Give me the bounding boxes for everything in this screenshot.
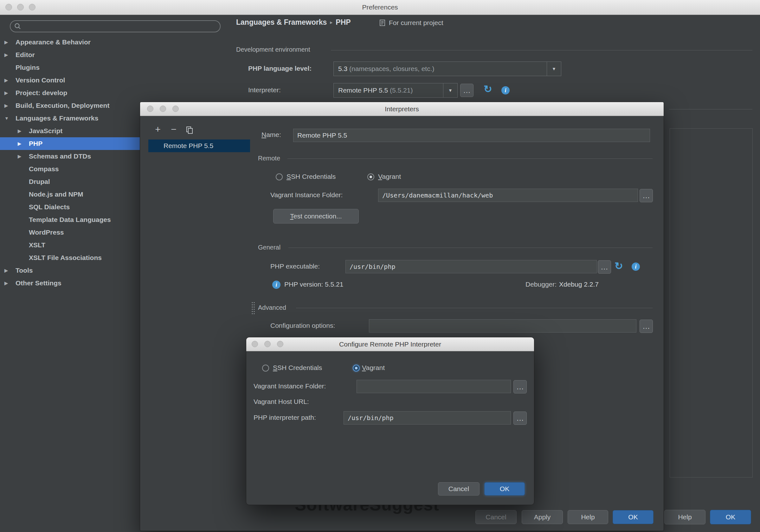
sidebar-item-plugins[interactable]: Plugins [0,61,228,74]
sidebar-item-version-control[interactable]: ▶Version Control [0,74,228,86]
dev-env-divider [331,50,752,50]
config-options-field[interactable] [369,319,637,333]
php-executable-browse-button[interactable]: … [598,260,611,273]
right-panel-divider [669,109,752,109]
vagrant-folder-browse-button[interactable]: … [640,189,653,202]
general-section-divider [288,248,652,248]
vagrant-host-label: Vagrant Host URL: [254,398,309,406]
vagrant-label[interactable]: Vagrant [378,173,401,180]
debugger-value: Xdebug 2.2.7 [559,281,599,288]
sidebar-item-label: Appearance & Behavior [16,38,91,46]
vagrant-folder-field[interactable] [356,380,511,393]
sidebar-item-label: SQL Dialects [29,203,70,211]
chevron-down-icon[interactable]: ▼ [547,62,561,76]
php-executable-field[interactable]: /usr/bin/php [346,260,597,273]
ssh-credentials-label[interactable]: SSH Credentials [287,173,336,180]
interpreter-label: Interpreter: [248,86,281,94]
ok-button[interactable]: OK [613,510,653,524]
info-icon: i [272,281,280,289]
php-path-browse-button[interactable]: … [513,411,527,425]
vagrant-folder-browse-button[interactable]: … [513,380,527,393]
dialog-title: Configure Remote PHP Interpreter [246,337,534,351]
ssh-credentials-label[interactable]: SSH Credentials [273,364,322,371]
configure-titlebar: Configure Remote PHP Interpreter [246,337,534,351]
breadcrumb-section: Languages & Frameworks [236,18,327,26]
copy-icon[interactable] [184,124,195,136]
sidebar-item-label: Other Settings [16,279,62,287]
search-field[interactable] [10,20,220,32]
drag-handle-icon[interactable] [251,302,255,314]
search-input[interactable] [24,23,220,30]
config-options-browse-button[interactable]: … [640,319,653,333]
chevron-right-icon[interactable]: ▶ [4,268,16,273]
ok-button[interactable]: OK [710,510,751,524]
add-interpreter-button[interactable]: + [152,123,164,135]
breadcrumb: Languages & Frameworks ▸ PHP [236,18,351,26]
interpreter-select[interactable]: Remote PHP 5.5 (5.5.21) ▼ [333,83,458,98]
php-path-label: PHP interpreter path: [254,414,316,421]
vagrant-radio[interactable] [353,364,360,371]
vagrant-radio[interactable] [367,173,374,180]
sidebar-item-label: XSLT File Associations [29,254,102,262]
remote-section-header: Remote [258,155,280,162]
language-level-select[interactable]: 5.3 (namespaces, closures, etc.) ▼ [333,62,561,76]
sidebar-item-label: Drupal [29,178,50,185]
project-icon [379,19,386,26]
php-version-text: PHP version: 5.5.21 [284,281,343,288]
sidebar-item-label: Project: develop [16,89,67,97]
sidebar-item-label: Template Data Languages [29,216,111,223]
chevron-right-icon[interactable]: ▶ [4,52,16,57]
vagrant-folder-field[interactable]: /Users/danemacmillan/hack/web [378,189,638,202]
interpreter-list-item[interactable]: Remote PHP 5.5 [148,139,250,152]
right-panel-box [670,128,753,477]
configure-interpreter-dialog: Configure Remote PHP Interpreter SSH Cre… [246,337,534,505]
chevron-down-icon[interactable]: ▼ [443,83,457,97]
sidebar-item-label: WordPress [29,228,64,236]
preferences-window: Preferences ▶Appearance & Behavior▶Edito… [0,0,760,532]
chevron-right-icon[interactable]: ▶ [4,78,16,83]
chevron-right-icon[interactable]: ▶ [18,141,29,146]
chevron-down-icon[interactable]: ▼ [4,116,16,121]
chevron-right-icon[interactable]: ▶ [4,40,16,45]
cancel-button[interactable]: Cancel [438,482,480,496]
sidebar-item-editor[interactable]: ▶Editor [0,49,228,61]
php-executable-label: PHP executable: [270,263,320,270]
chevron-right-icon[interactable]: ▶ [4,281,16,286]
sidebar-item-label: Build, Execution, Deployment [16,102,109,109]
ssh-credentials-radio[interactable] [262,364,269,371]
help-button[interactable]: Help [664,510,705,524]
test-connection-button[interactable]: Test connection... [273,209,359,223]
info-icon[interactable]: i [501,86,510,94]
dialog-title: Interpreters [140,102,664,116]
refresh-icon[interactable]: ↻ [484,84,492,94]
advanced-section-divider [296,308,652,308]
sidebar-item-label: Node.js and NPM [29,191,83,198]
vagrant-label[interactable]: Vagrant [362,364,385,371]
php-path-field[interactable]: /usr/bin/php [344,411,511,424]
language-level-label: PHP language level: [248,65,311,72]
sidebar-item-label: Tools [16,266,33,274]
refresh-icon[interactable]: ↻ [615,261,623,271]
chevron-right-icon[interactable]: ▶ [4,103,16,108]
search-icon [14,22,22,30]
advanced-section-header: Advanced [258,304,286,311]
chevron-right-icon[interactable]: ▶ [18,128,29,133]
apply-button[interactable]: Apply [522,510,563,524]
sidebar-item-project-develop[interactable]: ▶Project: develop [0,86,228,99]
main-titlebar: Preferences [0,0,760,15]
interpreter-browse-button[interactable]: … [460,84,473,97]
info-icon[interactable]: i [632,263,640,271]
sidebar-item-label: Languages & Frameworks [16,115,98,122]
breadcrumb-separator-icon: ▸ [330,19,332,25]
vagrant-folder-label: Vagrant Instance Folder: [254,382,326,390]
chevron-right-icon[interactable]: ▶ [4,90,16,95]
ok-button[interactable]: OK [484,482,525,496]
sidebar-item-appearance-behavior[interactable]: ▶Appearance & Behavior [0,36,228,49]
name-field[interactable]: Remote PHP 5.5 [293,129,650,142]
help-button[interactable]: Help [568,510,608,524]
cancel-button[interactable]: Cancel [475,510,517,524]
chevron-right-icon[interactable]: ▶ [18,154,29,159]
vagrant-folder-label: Vagrant Instance Folder: [270,191,343,199]
remove-interpreter-button[interactable]: − [168,123,179,135]
ssh-credentials-radio[interactable] [276,173,283,180]
